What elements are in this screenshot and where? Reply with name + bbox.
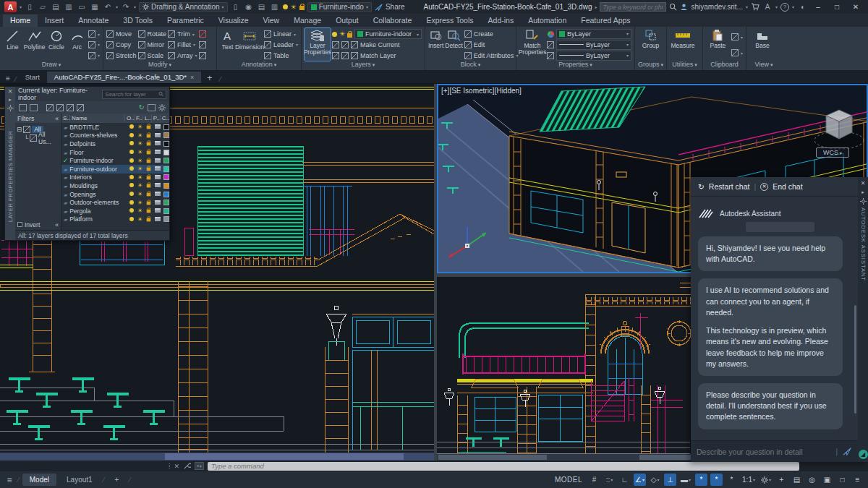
assistant-badge-icon[interactable]: ◢: [859, 450, 868, 459]
layer-lock-icon[interactable]: [145, 140, 153, 147]
linetype-select[interactable]: ByLayer▾: [556, 51, 631, 61]
copy-clip-tool[interactable]: ▾: [731, 48, 743, 58]
line-button[interactable]: Line: [3, 28, 22, 61]
help-caret-icon[interactable]: ▾: [792, 4, 794, 9]
palette-autohide-icon[interactable]: ▸: [9, 97, 12, 103]
layer-lock-icon[interactable]: [145, 190, 153, 198]
layer-freeze-icon[interactable]: ☀: [136, 166, 145, 172]
layer-row[interactable]: Counters-shelves ☀: [61, 132, 169, 140]
layer-color-swatch[interactable]: [163, 216, 169, 222]
filter-tree-all-used[interactable]: └All Us...: [24, 134, 59, 142]
wrench-icon[interactable]: [183, 463, 191, 470]
base-button[interactable]: Base: [749, 28, 775, 61]
ribbon-tab[interactable]: Add-ins: [481, 14, 522, 27]
panel-label-properties[interactable]: Properties: [516, 61, 634, 70]
layer-color-swatch[interactable]: [163, 183, 169, 189]
end-chat-button[interactable]: End chat: [773, 182, 802, 191]
layer-lock-icon[interactable]: [145, 174, 153, 181]
invert-filter[interactable]: Invert «: [15, 219, 61, 230]
layer-lock-icon[interactable]: [145, 207, 153, 215]
annotation-autoscale-toggle[interactable]: *: [710, 474, 723, 486]
doc-icon[interactable]: ▯: [231, 2, 241, 12]
command-drag-handle[interactable]: ⁞: [169, 463, 171, 470]
maximize-button[interactable]: □: [829, 3, 845, 11]
assistant-autohide-icon[interactable]: ▸: [861, 189, 864, 195]
start-tab[interactable]: Start: [18, 72, 47, 83]
plot-icon[interactable]: ▭: [77, 2, 87, 12]
sheet-add-icon[interactable]: ▥: [270, 2, 280, 12]
assistant-scrollbar[interactable]: [854, 305, 856, 414]
clean-screen-icon[interactable]: □: [836, 474, 848, 486]
isolate-objects-icon[interactable]: ◎: [806, 474, 818, 486]
user-name[interactable]: shiyamdev.srit...: [691, 3, 743, 11]
paste-button[interactable]: Paste: [706, 28, 730, 61]
layer-freeze-icon[interactable]: ☀: [136, 200, 145, 206]
layer-search-input[interactable]: [105, 91, 158, 98]
ellipse-tool[interactable]: ▾: [88, 40, 100, 50]
assistant-close-icon[interactable]: ✕: [861, 180, 866, 187]
dimension-button[interactable]: Dimension: [237, 28, 263, 61]
panel-label-draw[interactable]: Draw: [0, 61, 103, 70]
layer-on-icon[interactable]: [127, 132, 135, 139]
layer-freeze-icon[interactable]: ☀: [136, 140, 145, 147]
refresh-icon[interactable]: ↻: [139, 103, 145, 111]
ribbon-tab[interactable]: Express Tools: [419, 14, 480, 27]
layer-on-icon[interactable]: [127, 207, 135, 214]
autodesk-account-icon[interactable]: A: [762, 2, 773, 12]
search-input[interactable]: [603, 4, 663, 11]
ribbon-tab[interactable]: 3D Tools: [116, 14, 160, 27]
layer-dropdown[interactable]: Furniture-indoor ▾: [354, 29, 422, 39]
invert-checkbox[interactable]: [17, 222, 22, 227]
ribbon-tab[interactable]: Annotate: [71, 14, 116, 27]
print-icon[interactable]: ▦: [90, 2, 100, 12]
ribbon-tab[interactable]: Collaborate: [366, 14, 420, 27]
command-close-icon[interactable]: ✕: [174, 463, 180, 470]
search-icon[interactable]: [669, 3, 677, 11]
command-input-bar[interactable]: [208, 462, 799, 471]
layer-lock-icon[interactable]: [145, 215, 153, 223]
palette-close-icon[interactable]: ✕: [8, 88, 13, 95]
settings-gear-icon[interactable]: [158, 104, 166, 111]
move-tool[interactable]: Move: [106, 29, 137, 39]
match-properties-button[interactable]: Match Properties: [519, 28, 545, 61]
snap-toggle[interactable]: ::▾: [603, 474, 616, 486]
layer-freeze-icon[interactable]: ☀: [136, 124, 145, 130]
ribbon-tab[interactable]: Home: [3, 14, 38, 27]
object-snap-tracking-toggle[interactable]: ⊥: [664, 474, 676, 486]
layer-on-icon[interactable]: [283, 4, 288, 9]
copy-tool[interactable]: Copy: [106, 40, 137, 50]
layer-color-swatch[interactable]: [163, 200, 169, 205]
layer-color-swatch[interactable]: [163, 158, 169, 163]
ribbon-tab[interactable]: Manage: [286, 14, 328, 27]
open-icon[interactable]: ▱: [38, 2, 48, 12]
annotation-scale-icon[interactable]: *: [726, 474, 738, 486]
save-as-icon[interactable]: ▥: [64, 2, 74, 12]
ribbon-tab[interactable]: Output: [328, 14, 366, 27]
layer-lock-icon[interactable]: [145, 165, 153, 173]
table-tool[interactable]: Table: [264, 51, 298, 61]
restart-chat-button[interactable]: Restart chat: [709, 182, 750, 191]
close-tab-icon[interactable]: ×: [190, 74, 194, 81]
layer-plot-icon[interactable]: [153, 191, 162, 197]
sheet-icon[interactable]: ▤: [257, 2, 267, 12]
layer-freeze-icon[interactable]: ☀: [136, 191, 145, 197]
stretch-tool[interactable]: Stretch: [106, 51, 137, 61]
color-select[interactable]: ByLayer▾: [556, 29, 631, 39]
grid-toggle[interactable]: #: [588, 474, 600, 486]
ribbon-tab[interactable]: Insert: [38, 14, 71, 27]
leader-tool[interactable]: Leader▾: [264, 40, 298, 50]
arc-button[interactable]: Arc: [67, 28, 87, 61]
layer-color-swatch[interactable]: [163, 132, 169, 138]
edit-attributes-tool[interactable]: Edit Attributes▾: [464, 51, 519, 61]
layer-plot-icon[interactable]: [153, 174, 162, 181]
drawing-tab[interactable]: AutoCAD-FY25_Fire-...-Book-Cafe_01_3D* ×: [47, 72, 201, 83]
layer-on-icon[interactable]: [127, 149, 135, 155]
polyline-button[interactable]: Polyline: [24, 28, 46, 61]
create-block-tool[interactable]: Create: [464, 29, 519, 39]
layer-color-swatch[interactable]: [163, 192, 169, 197]
layer-freeze-icon[interactable]: ☀: [136, 158, 145, 164]
layer-plot-icon[interactable]: [153, 124, 162, 130]
layer-color-swatch[interactable]: [163, 150, 169, 155]
layer-freeze-icon[interactable]: ☀: [136, 174, 145, 181]
match-layer-tool[interactable]: Match Layer: [332, 51, 422, 61]
